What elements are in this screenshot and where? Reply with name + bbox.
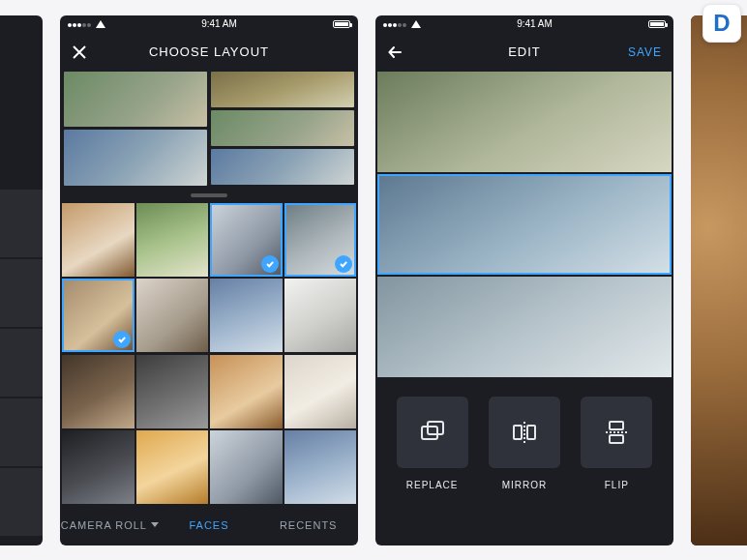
selected-check-icon	[113, 331, 131, 348]
battery-icon	[648, 20, 666, 28]
badge-letter: D	[713, 10, 730, 37]
status-time: 9:41 AM	[517, 18, 553, 29]
action-label: MIRROR	[502, 480, 548, 490]
svg-rect-7	[610, 435, 623, 443]
source-tabbar: CAMERA ROLL FACES RECENTS	[60, 505, 358, 545]
status-bar: 9:41 AM	[375, 15, 673, 33]
battery-icon	[333, 20, 350, 28]
photo-thumbnail[interactable]	[62, 279, 134, 352]
collage-pane[interactable]	[377, 174, 672, 275]
photo-thumbnail[interactable]	[136, 430, 209, 504]
svg-rect-1	[428, 422, 443, 434]
replace-button[interactable]: REPLACE	[393, 397, 471, 490]
app-badge: D	[702, 4, 741, 43]
signal-dots-icon	[383, 18, 407, 29]
photo-thumbnail[interactable]	[284, 203, 357, 277]
tab-recents[interactable]: RECENTS	[258, 505, 358, 545]
close-button[interactable]	[72, 44, 108, 60]
header-bar: CHOOSE LAYOUT	[60, 33, 358, 72]
layout-option[interactable]	[211, 110, 354, 146]
page-title: CHOOSE LAYOUT	[108, 44, 310, 59]
selected-check-icon	[335, 255, 352, 273]
tab-label: RECENTS	[280, 519, 338, 531]
close-icon	[72, 44, 87, 60]
photo-thumbnail[interactable]	[210, 203, 283, 277]
svg-rect-3	[514, 426, 522, 439]
thumbnail[interactable]	[0, 468, 43, 536]
phone-partial-right	[691, 15, 747, 545]
phone-choose-layout: 9:41 AM CHOOSE LAYOUT	[60, 15, 358, 545]
layout-option[interactable]	[211, 72, 354, 107]
photo-preview	[691, 15, 747, 545]
photo-thumbnail[interactable]	[136, 355, 209, 428]
photo-thumbnail[interactable]	[210, 279, 283, 352]
selected-check-icon	[261, 255, 279, 273]
drag-handle[interactable]	[191, 193, 227, 197]
replace-icon	[397, 397, 468, 468]
phone-edit: 9:41 AM EDIT SAVE REPLACE	[375, 15, 673, 545]
layout-option[interactable]	[64, 72, 207, 128]
photo-thumbnail[interactable]	[62, 430, 134, 504]
layout-option[interactable]	[211, 149, 354, 185]
edit-action-bar: REPLACE MIRROR FLIP	[375, 377, 673, 545]
tab-label: FACES	[189, 519, 228, 531]
page-title: EDIT	[424, 44, 625, 59]
svg-rect-4	[527, 426, 535, 439]
collage-pane[interactable]	[377, 72, 672, 172]
back-arrow-icon	[387, 44, 403, 60]
photo-thumbnail[interactable]	[284, 355, 357, 428]
wifi-icon	[96, 20, 105, 28]
tab-faces[interactable]: FACES	[160, 505, 259, 545]
phone-partial-left	[0, 15, 43, 545]
action-label: REPLACE	[406, 480, 459, 490]
wifi-icon	[411, 20, 421, 28]
collage-preview	[375, 72, 673, 377]
status-bar: 9:41 AM	[60, 15, 358, 33]
photo-thumbnail[interactable]	[136, 279, 209, 352]
mirror-icon	[489, 397, 560, 468]
photo-grid	[60, 203, 358, 505]
action-label: FLIP	[605, 480, 629, 490]
signal-dots-icon	[68, 18, 92, 29]
svg-rect-6	[610, 422, 623, 429]
save-label: SAVE	[628, 45, 662, 59]
photo-thumbnail[interactable]	[284, 430, 357, 504]
thumbnail[interactable]	[0, 190, 43, 257]
photo-thumbnail[interactable]	[210, 430, 283, 504]
header-bar: EDIT SAVE	[375, 33, 673, 72]
tab-camera-roll[interactable]: CAMERA ROLL	[60, 505, 160, 545]
mirror-button[interactable]: MIRROR	[485, 397, 563, 490]
thumbnail[interactable]	[0, 398, 43, 466]
layout-preview-strip[interactable]	[60, 72, 358, 186]
svg-rect-0	[422, 427, 437, 439]
chevron-down-icon	[151, 522, 159, 527]
layout-option[interactable]	[64, 130, 207, 186]
flip-icon	[581, 397, 652, 468]
thumbnail[interactable]	[0, 329, 43, 397]
photo-thumbnail[interactable]	[62, 355, 134, 428]
flip-button[interactable]: FLIP	[578, 397, 656, 490]
photo-thumbnail[interactable]	[62, 203, 134, 277]
photo-thumbnail[interactable]	[136, 203, 209, 277]
save-button[interactable]: SAVE	[625, 45, 662, 59]
collage-pane[interactable]	[377, 277, 672, 377]
status-time: 9:41 AM	[201, 18, 237, 29]
thumbnail[interactable]	[0, 259, 43, 327]
photo-thumbnail[interactable]	[284, 279, 357, 352]
photo-thumbnail[interactable]	[210, 355, 283, 428]
back-button[interactable]	[387, 44, 424, 60]
tab-label: CAMERA ROLL	[61, 519, 147, 531]
